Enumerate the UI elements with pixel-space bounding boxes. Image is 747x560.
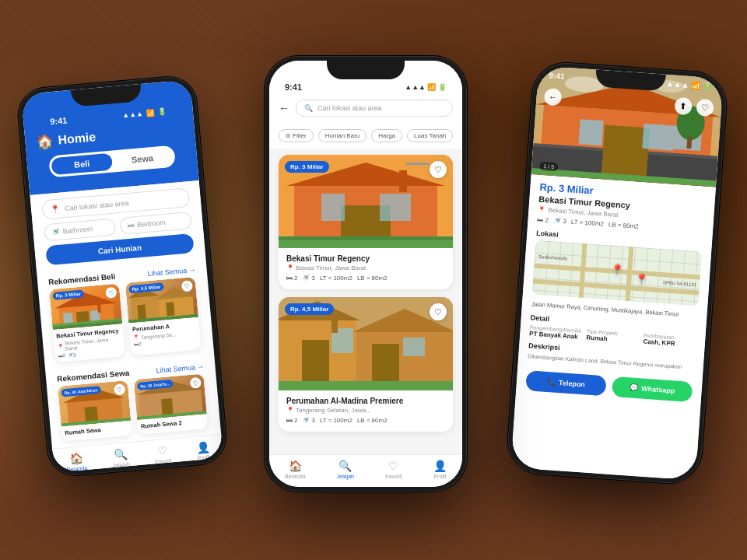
- developer-item: Pengembang/Pemilik PT Banyak Anak: [529, 324, 582, 341]
- telepon-button[interactable]: 📞 Telepon: [525, 371, 607, 397]
- tab-sewa[interactable]: Sewa: [111, 148, 174, 170]
- property-type-item: Tipe Properti Rumah: [586, 328, 639, 345]
- card-row-beli: Rp. 3 Miliar ♡ Bekasi Timur Regency 📍 Be…: [38, 275, 214, 369]
- nav-profil-center[interactable]: 👤 Profil: [433, 460, 447, 479]
- result-img-1: Rp. 3 Miliar ♡: [279, 155, 453, 248]
- status-icons-left: ▲▲▲ 📶 🔋: [122, 107, 167, 119]
- detail-fav-button[interactable]: ♡: [696, 99, 714, 117]
- search-input-center[interactable]: 🔍 Cari lokasi atau area: [296, 100, 453, 117]
- result-info-1: Bekasi Timur Regency 📍 Bekasi Timur, Jaw…: [279, 248, 453, 289]
- svg-rect-4: [63, 313, 73, 324]
- result-img-2: Rp. 4,5 Miliar ♡: [279, 297, 453, 390]
- payment-item: Pembayaran Cash, KPR: [643, 332, 696, 348]
- status-icons-center: ▲▲▲ 📶 🔋: [405, 83, 447, 91]
- svg-rect-31: [399, 170, 407, 192]
- nav-beranda-left[interactable]: 🏠 Beranda: [65, 451, 88, 472]
- bottom-nav-center: 🏠 Beranda 🔍 Jelajah ♡ Favorit 👤 Profil: [269, 454, 462, 487]
- nav-favorit-left[interactable]: ♡ Favorit: [154, 443, 173, 464]
- search-section: 📍 Cari lokasi atau area 🚿 Bathroom 🛏 Bed…: [30, 180, 205, 273]
- card-beli-2[interactable]: Rp. 4,5 Miliar ♡ Perumahan A 📍 Tangerang…: [125, 277, 202, 355]
- filter-chip-0[interactable]: Filter: [279, 129, 314, 142]
- time-center: 9:41: [285, 82, 302, 92]
- card-sewa-img-2: Rp. 30 Juta/Ta... ♡: [134, 373, 207, 420]
- result-fav-1[interactable]: ♡: [430, 161, 447, 178]
- nav-profil-left[interactable]: 👤 Profil: [196, 440, 211, 460]
- bedroom-input[interactable]: 🛏 Bedroom: [119, 212, 192, 235]
- phone-center: 9:41 ▲▲▲ 📶 🔋 ← 🔍 Cari lokasi atau area F…: [265, 56, 467, 492]
- svg-rect-51: [642, 124, 675, 151]
- map-placeholder: Sudirohusodo SPBU 54-61101 📍 📍: [532, 240, 702, 306]
- svg-rect-42: [279, 381, 453, 390]
- svg-rect-41: [403, 338, 425, 356]
- svg-rect-56: [686, 137, 692, 149]
- card-info-1: Bekasi Timur Regency 📍 Bekasi Timur, Jaw…: [53, 324, 125, 362]
- beranda-icon: 🏠: [69, 451, 83, 464]
- search-placeholder-left: Cari lokasi atau area: [65, 198, 129, 212]
- result-card-2[interactable]: Rp. 4,5 Miliar ♡ Perumahan Al-Madina Pre…: [279, 297, 453, 432]
- filter-row-center: Filter Hunian Baru Harga Luas Tanah: [269, 123, 462, 149]
- time-left: 9:41: [50, 115, 68, 126]
- phone-left: 9:41 ▲▲▲ 📶 🔋 🏠 Homie Beli Sewa 📍: [16, 75, 229, 478]
- nav-favorit-center[interactable]: ♡ Favorit: [385, 460, 402, 479]
- nav-beranda-center[interactable]: 🏠 Beranda: [285, 460, 305, 479]
- card-img-2: Rp. 4,5 Miliar ♡: [125, 277, 198, 324]
- detail-body: Rp. 3 Miliar Bekasi Timur Regency 📍 Beka…: [510, 174, 716, 481]
- card-beli-1[interactable]: Rp. 3 Miliar ♡ Bekasi Timur Regency 📍 Be…: [49, 283, 125, 362]
- phone-call-icon: 📞: [547, 378, 556, 387]
- card-sewa-1[interactable]: Rp. 40 Juta/Tahun ♡ Rumah Sewa: [58, 380, 132, 442]
- profil-icon: 👤: [196, 440, 210, 453]
- result-loc-1: 📍 Bekasi Timur, Jawa Barat: [286, 264, 445, 271]
- svg-rect-32: [406, 163, 430, 165]
- nav-jelajah-center[interactable]: 🔍 Jelajah: [337, 460, 354, 479]
- filter-chip-1[interactable]: Hunian Baru: [318, 129, 366, 142]
- bedroom-icon: 🛏: [127, 221, 135, 229]
- card-img-1: Rp. 3 Miliar ♡: [49, 283, 122, 330]
- favorit-icon-c: ♡: [388, 460, 398, 472]
- loc-dot-2: 📍: [286, 407, 294, 414]
- card-sewa-2[interactable]: Rp. 30 Juta/Ta... ♡ Rumah Sewa 2: [134, 373, 209, 435]
- result-card-1[interactable]: Rp. 3 Miliar ♡ Bekasi Timur Regency 📍 Be…: [279, 155, 453, 289]
- whatsapp-button[interactable]: 💬 Whatsapp: [612, 376, 693, 402]
- search-top-bar: ← 🔍 Cari lokasi atau area: [269, 95, 462, 123]
- share-button[interactable]: ⬆: [674, 97, 692, 115]
- phone-right: ← ⬆ ♡ 9:41 ▲▲▲ 📶 🔋 1 / 5 Rp. 3 Miliar Be…: [506, 61, 728, 485]
- jelajah-icon: 🔍: [113, 447, 127, 460]
- svg-rect-43: [331, 319, 338, 333]
- favorit-icon: ♡: [157, 444, 168, 457]
- svg-rect-13: [166, 302, 174, 316]
- bathroom-icon: 🚿: [51, 228, 60, 236]
- profil-icon-c: 👤: [433, 460, 447, 472]
- beranda-icon-c: 🏠: [289, 460, 302, 472]
- whatsapp-icon: 💬: [630, 384, 639, 393]
- filter-chip-3[interactable]: Luas Tanah: [407, 129, 453, 142]
- app-house-icon: 🏠: [36, 132, 54, 151]
- result-specs-2: 🛏 2 🚿 3 LT = 100m2 LB = 80m2: [286, 417, 445, 424]
- map-pin-2: 📍: [635, 273, 649, 286]
- bathroom-input[interactable]: 🚿 Bathroom: [44, 219, 117, 242]
- svg-rect-52: [578, 119, 603, 145]
- detail-back-button[interactable]: ←: [544, 88, 562, 106]
- tab-beli[interactable]: Beli: [51, 153, 113, 176]
- result-title-1: Bekasi Timur Regency: [286, 254, 445, 263]
- nav-jelajah-left[interactable]: 🔍 Jelajah: [111, 447, 130, 468]
- action-buttons: 📞 Telepon 💬 Whatsapp: [525, 366, 693, 406]
- back-button-center[interactable]: ←: [279, 102, 289, 114]
- notch-center: [327, 61, 405, 79]
- lihat-semua-beli[interactable]: Lihat Semua →: [147, 265, 196, 277]
- result-price-1: Rp. 3 Miliar: [285, 161, 329, 173]
- filter-chip-2[interactable]: Harga: [371, 129, 402, 142]
- lihat-semua-sewa[interactable]: Lihat Semua →: [156, 362, 205, 374]
- card-sewa-img-1: Rp. 40 Juta/Tahun ♡: [58, 380, 131, 427]
- detail-action-buttons: ⬆ ♡: [674, 97, 714, 117]
- svg-rect-28: [321, 194, 345, 221]
- result-loc-2: 📍 Tangerang Selatan, Jawa...: [286, 407, 445, 414]
- app-name: Homie: [58, 130, 96, 147]
- detail-loc-pin: 📍: [538, 206, 546, 214]
- result-fav-2[interactable]: ♡: [430, 303, 447, 320]
- result-title-2: Perumahan Al-Madina Premiere: [286, 397, 445, 405]
- result-specs-1: 🛏 2 🚿 3 LT = 100m2 LB = 80m2: [286, 275, 445, 282]
- result-price-2: Rp. 4,5 Miliar: [285, 303, 334, 315]
- img-counter: 1 / 5: [539, 162, 558, 172]
- svg-rect-27: [380, 194, 411, 221]
- search-icon-center: 🔍: [304, 104, 313, 112]
